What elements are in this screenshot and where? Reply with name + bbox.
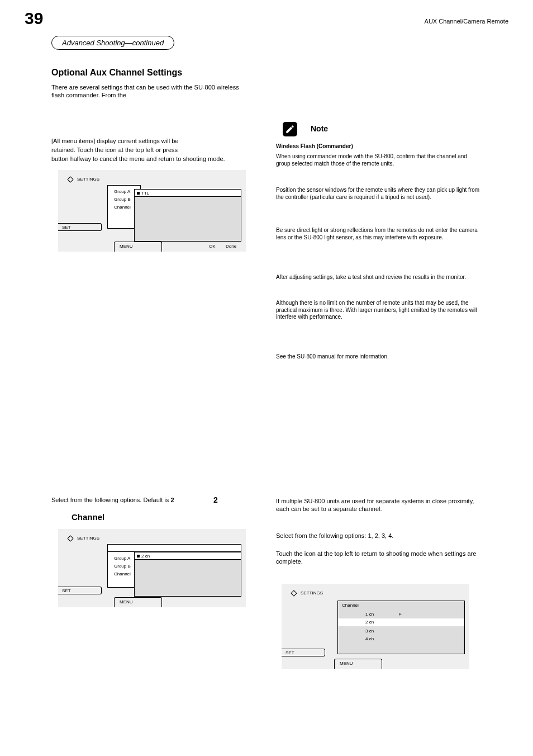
note-p1: When using commander mode with the SU-80… (276, 153, 483, 167)
menu-a-bottom-stub-label: MENU (120, 244, 133, 249)
menu-a-sel: TTL (137, 191, 149, 196)
menu-a-done: Done (226, 244, 236, 249)
right-ch-p1b: Select from the following options: 1, 2,… (276, 532, 483, 540)
menu-a-channel: Channel (114, 205, 131, 210)
preface-option: 2 (170, 497, 174, 503)
preface-text: Select from the following options. Defau… (51, 497, 170, 503)
menu-b-sel-label: 2 ch (141, 554, 150, 559)
left-para-2a: [All menu items] display current setting… (51, 138, 253, 145)
menu-b-left-stub-label: SET (62, 588, 71, 593)
note-label: Note (311, 124, 328, 133)
menu-diagram-a: SETTINGS Group A Group B Channel TTL SET… (58, 170, 246, 252)
square-marker-icon (137, 192, 140, 195)
menu-c-left-stub-label: SET (285, 650, 294, 655)
pencil-icon (285, 124, 295, 134)
menu-a-tab: SETTINGS (77, 177, 99, 182)
right-ch-p1c: Touch the icon at the top left to return… (276, 550, 483, 566)
menu-c-opt3: 3 ch (365, 629, 374, 634)
diamond-icon (67, 176, 73, 182)
menu-diagram-b: SETTINGS Group A Group B Channel 2 ch SE… (58, 529, 246, 607)
menu-b-bottom-stub-label: MENU (120, 599, 133, 604)
right-ch-p1a: If multiple SU-800 units are used for se… (276, 498, 483, 513)
menu-c-highlight (338, 618, 464, 626)
menu-c-opt1: 1 ch (365, 612, 374, 617)
channel-option-number: 2 (213, 495, 218, 505)
diamond-icon (291, 590, 297, 596)
menu-a-left-stub-label: SET (62, 225, 71, 230)
left-para-1: There are several settings that can be u… (51, 84, 253, 100)
running-header: AUX Channel/Camera Remote (402, 18, 508, 26)
diamond-icon (67, 535, 73, 541)
note-p3: Be sure direct light or strong reflectio… (276, 227, 483, 241)
menu-c-tab: SETTINGS (301, 590, 323, 596)
menu-a-submenu-header (134, 189, 241, 197)
channel-heading: Channel (72, 512, 104, 523)
section-callout: Advanced Shooting—continued (51, 36, 174, 50)
note-p6: See the SU-800 manual for more informati… (276, 353, 483, 361)
left-para-2b: retained. Touch the icon at the top left… (51, 147, 253, 154)
section-title: Optional Aux Channel Settings (51, 67, 182, 78)
menu-b-submenu-header-outer (107, 544, 241, 552)
note-p5: Although there is no limit on the number… (276, 300, 483, 321)
menu-a-ok: OK (209, 244, 216, 249)
menu-a-sel-label: TTL (141, 191, 149, 196)
menu-a-group-b: Group B (114, 197, 131, 202)
square-marker-icon (137, 555, 140, 557)
menu-c-bottom-stub-label: MENU (340, 661, 353, 666)
menu-b-group-a: Group A (114, 556, 130, 561)
menu-b-tab: SETTINGS (77, 536, 99, 541)
menu-diagram-c: SETTINGS Channel 1 ch ▸ 2 ch 3 ch 4 ch S… (282, 584, 469, 669)
menu-a-group-a: Group A (114, 189, 130, 194)
menu-c-listbox (337, 601, 465, 654)
page-number: 39 (25, 8, 43, 29)
left-para-2c: button halfway to cancel the menu and re… (51, 155, 253, 163)
menu-b-channel: Channel (114, 571, 131, 577)
menu-b-submenu-header (134, 552, 241, 560)
menu-c-heading: Channel (342, 603, 359, 608)
preface: Select from the following options. Defau… (51, 497, 208, 504)
note-heading: Wireless Flash (Commander) (276, 143, 483, 150)
menu-b-group-b: Group B (114, 564, 131, 569)
menu-c-opt4: 4 ch (365, 636, 374, 641)
chevron-right-icon: ▸ (399, 611, 402, 617)
menu-b-sel: 2 ch (137, 554, 150, 559)
note-icon (283, 122, 297, 136)
menu-a-submenu-bg (134, 189, 241, 242)
note-p4: After adjusting settings, take a test sh… (276, 274, 483, 281)
note-p2: Position the sensor windows for the remo… (276, 187, 483, 201)
menu-c-opt2: 2 ch (365, 620, 374, 625)
